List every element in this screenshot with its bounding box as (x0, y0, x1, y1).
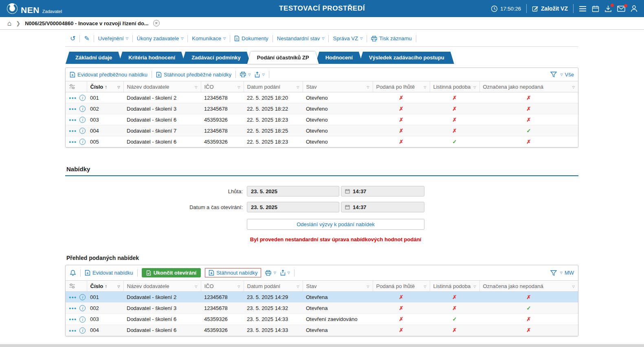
table-row[interactable]: ●●●i004Dodavatel - školení 71234567822. … (66, 125, 578, 136)
table-row[interactable]: ●●●i001Dodavatel - školení 21234567822. … (66, 92, 578, 103)
menu-tisk-zaznamu[interactable]: Tisk záznamu (371, 35, 412, 41)
column-header-0[interactable]: ▽Číslo ↑ (87, 81, 123, 92)
user-icon[interactable] (631, 5, 637, 12)
row-menu-icon[interactable]: ●●● (69, 328, 77, 332)
column-filter-icon[interactable]: ▽ (297, 85, 299, 89)
info-icon[interactable]: i (79, 316, 86, 323)
table-row[interactable]: ●●●i002Dodavatel - školení 31234567822. … (66, 103, 578, 114)
breadcrumb-item[interactable]: N006/25/V00004860 - Inovace v rozvoji ří… (25, 20, 148, 26)
lhuta-date-input[interactable]: 23. 5. 2025 (247, 186, 339, 196)
history-icon[interactable]: ↺ (70, 35, 75, 42)
nen-logo-group[interactable]: NEN Zadavatel (7, 3, 62, 14)
column-filter-icon[interactable]: ▽ (195, 285, 197, 288)
table-row[interactable]: ●●●i005Dodavatel - školení 64535932622. … (66, 136, 578, 147)
menu-uverejneni[interactable]: Uveřejnění▽ (98, 35, 128, 41)
column-header-1[interactable]: ▽Název dodavatele (123, 81, 201, 92)
table-row[interactable]: ●●●i002Dodavatel - školení 31234567823. … (66, 303, 578, 314)
column-filter-icon[interactable]: ▽ (367, 285, 369, 288)
column-settings-icon[interactable] (66, 281, 87, 292)
column-filter-icon[interactable]: ▽ (297, 285, 299, 288)
otevirani-time-input[interactable]: 14:37 (341, 202, 424, 212)
notification-bell-icon[interactable] (70, 270, 76, 276)
info-icon[interactable]: i (79, 139, 86, 145)
menu-nestandardni-stav[interactable]: Nestandardní stav▽ (277, 35, 325, 41)
column-filter-icon[interactable]: ▽ (237, 85, 240, 89)
column-header-7[interactable]: ▽Označena jako nepodaná (479, 281, 578, 292)
column-filter-icon[interactable]: ▽ (424, 85, 426, 89)
row-menu-icon[interactable]: ●●● (69, 96, 77, 100)
column-header-3[interactable]: ▽Datum podání (244, 81, 303, 92)
row-menu-icon[interactable]: ●●● (69, 140, 77, 144)
column-settings-icon[interactable] (66, 81, 87, 92)
column-filter-icon[interactable]: ▽ (572, 285, 575, 288)
column-header-6[interactable]: ▽Listinná podoba (430, 81, 479, 92)
stahnout-predbezne-nabidky-button[interactable]: Stáhnout předběžné nabídky (156, 72, 231, 78)
menu-ukony-zadavatele[interactable]: Úkony zadavatele▽ (137, 35, 184, 41)
column-filter-icon[interactable]: ▽ (473, 85, 476, 89)
row-menu-icon[interactable]: ●●● (69, 295, 77, 299)
tab-kriteria-hodnoceni[interactable]: Kritéria hodnocení (119, 52, 185, 64)
info-icon[interactable]: i (79, 128, 86, 134)
evidovat-nabidku-button[interactable]: Evidovat nabídku (85, 270, 133, 276)
column-filter-icon[interactable]: ▽ (424, 285, 426, 288)
evidovat-predbeznou-nabidku-button[interactable]: Evidovat předběžnou nabídku (70, 72, 147, 78)
info-icon[interactable]: i (79, 327, 86, 334)
tab-zakladni-udaje[interactable]: Základní údaje (66, 52, 122, 64)
tab-hodnoceni[interactable]: Hodnocení (316, 52, 363, 64)
column-header-6[interactable]: ▽Listinná podoba (430, 281, 479, 292)
send-call-for-offers-button[interactable]: Odeslání výzvy k podání nabídek (247, 219, 424, 230)
ukoncit-otevirani-button[interactable]: Ukončit otevírání (142, 268, 201, 277)
column-header-7[interactable]: ▽Označena jako nepodaná (479, 81, 578, 92)
view-filter-select[interactable]: ▽ MW (560, 270, 574, 276)
otevirani-date-input[interactable]: 23. 5. 2025 (247, 202, 339, 212)
home-icon[interactable]: ⌂ (7, 20, 11, 27)
info-icon[interactable]: i (79, 106, 86, 112)
column-filter-icon[interactable]: ▽ (117, 285, 120, 288)
column-filter-icon[interactable]: ▽ (117, 85, 120, 89)
calendar-icon[interactable] (592, 5, 599, 12)
column-header-2[interactable]: ▽IČO (201, 281, 244, 292)
export-table-button[interactable]: ▽ (280, 270, 290, 276)
column-header-3[interactable]: ▽Datum podání (244, 281, 303, 292)
table-row[interactable]: ●●●i004Dodavatel - školení 64535932623. … (66, 325, 578, 336)
row-menu-icon[interactable]: ●●● (69, 317, 77, 321)
export-table-button[interactable]: ▽ (255, 72, 264, 78)
tab-vysledek-zadavaciho-postupu[interactable]: Výsledek zadávacího postupu (359, 52, 454, 64)
filter-icon[interactable] (550, 270, 557, 276)
column-filter-icon[interactable]: ▽ (572, 85, 575, 89)
info-icon[interactable]: i (79, 95, 86, 101)
menu-komunikace[interactable]: Komunikace▽ (192, 35, 226, 41)
info-icon[interactable]: i (79, 294, 86, 300)
column-header-0[interactable]: ▽Číslo ↑ (87, 281, 123, 292)
column-filter-icon[interactable]: ▽ (195, 85, 197, 89)
info-icon[interactable]: i (79, 305, 86, 311)
print-table-button[interactable]: ▽ (240, 72, 251, 77)
column-header-4[interactable]: ▽Stav (303, 81, 373, 92)
column-filter-icon[interactable]: ▽ (473, 285, 476, 288)
table-row[interactable]: ●●●i003Dodavatel - školení 64535932623. … (66, 314, 578, 325)
table-row[interactable]: ●●●i003Dodavatel - školení 64535932622. … (66, 114, 578, 125)
close-icon[interactable]: ✕ (153, 20, 160, 26)
menu-icon[interactable] (579, 6, 587, 12)
create-vz-button[interactable]: Založit VZ (532, 5, 568, 12)
info-icon[interactable]: i (79, 117, 86, 123)
tab-podani-ucastniku-zp[interactable]: Podání účastníků ZP (247, 52, 319, 64)
column-header-5[interactable]: ▽Podaná po lhůtě (373, 81, 430, 92)
stahnout-nabidky-button[interactable]: Stáhnout nabídky (209, 270, 257, 276)
column-header-4[interactable]: ▽Stav (303, 281, 373, 292)
view-filter-select[interactable]: ▽ Vše (560, 72, 574, 78)
column-header-1[interactable]: ▽Název dodavatele (123, 281, 201, 292)
download-icon[interactable] (604, 5, 612, 12)
menu-dokumenty[interactable]: Dokumenty (234, 35, 268, 41)
column-header-5[interactable]: ▽Podaná po lhůtě (373, 281, 430, 292)
row-menu-icon[interactable]: ●●● (69, 306, 77, 310)
row-menu-icon[interactable]: ●●● (69, 118, 77, 122)
edit-record-icon[interactable]: ✎ (84, 35, 89, 42)
lhuta-time-input[interactable]: 14:37 (341, 186, 424, 196)
column-filter-icon[interactable]: ▽ (237, 285, 240, 288)
row-menu-icon[interactable]: ●●● (69, 107, 77, 111)
column-filter-icon[interactable]: ▽ (367, 85, 369, 89)
menu-sprava-vz[interactable]: Správa VZ▽ (333, 35, 363, 41)
tab-zadavaci-podminky[interactable]: Zadávací podmínky (182, 52, 251, 64)
mail-icon[interactable] (617, 6, 625, 12)
